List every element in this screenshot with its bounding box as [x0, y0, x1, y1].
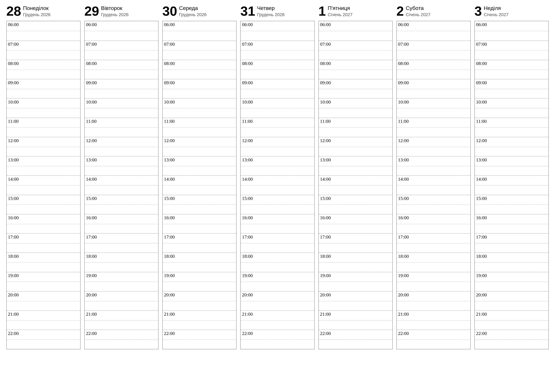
hour-slot: 15:00 [319, 195, 392, 214]
hour-label: 18:00 [86, 254, 97, 259]
hour-label: 15:00 [320, 196, 331, 201]
hour-slot: 14:00 [397, 175, 470, 195]
hour-label: 08:00 [320, 61, 331, 66]
hour-label: 16:00 [320, 215, 331, 220]
hour-label: 12:00 [320, 138, 331, 143]
hour-label: 22:00 [86, 331, 97, 336]
hour-slot: 06:00 [319, 21, 392, 41]
day-header: 31ЧетверГрудень 2026 [240, 3, 314, 19]
day-header: 29ВівторокГрудень 2026 [84, 3, 159, 19]
hour-label: 14:00 [8, 176, 19, 182]
hour-label: 15:00 [242, 196, 253, 201]
hour-label: 17:00 [476, 234, 487, 240]
hour-label: 11:00 [476, 119, 487, 124]
hour-label: 12:00 [164, 138, 175, 143]
hours-grid: 06:0007:0008:0009:0010:0011:0012:0013:00… [240, 21, 314, 349]
hour-label: 21:00 [8, 311, 19, 317]
hours-grid: 06:0007:0008:0009:0010:0011:0012:0013:00… [6, 21, 80, 349]
day-header: 2СуботаСічень 2027 [396, 3, 471, 19]
hour-slot: 12:00 [163, 137, 236, 156]
hour-label: 07:00 [164, 41, 175, 47]
hour-slot: 10:00 [163, 98, 236, 118]
hour-slot: 16:00 [7, 214, 80, 233]
hour-slot: 19:00 [241, 272, 314, 291]
hour-slot: 14:00 [7, 175, 80, 195]
day-meta: П'ятницяСічень 2027 [328, 5, 352, 17]
hour-slot: 10:00 [475, 98, 548, 118]
hour-slot: 12:00 [397, 137, 470, 156]
hour-slot: 11:00 [241, 118, 314, 137]
hour-label: 10:00 [164, 99, 175, 105]
hour-slot: 11:00 [7, 118, 80, 137]
hour-slot: 10:00 [85, 98, 158, 118]
day-name: Четвер [257, 5, 285, 11]
hour-label: 18:00 [320, 254, 331, 259]
hour-label: 20:00 [86, 292, 97, 298]
hour-slot: 09:00 [397, 79, 470, 98]
day-column: 30СередаГрудень 202606:0007:0008:0009:00… [162, 3, 236, 349]
hour-label: 06:00 [476, 22, 487, 27]
hour-label: 20:00 [398, 292, 409, 298]
hour-slot: 09:00 [241, 79, 314, 98]
weekly-planner: 28ПонеділокГрудень 202606:0007:0008:0009… [0, 0, 555, 352]
hour-slot: 18:00 [475, 253, 548, 272]
hour-slot: 12:00 [7, 137, 80, 156]
hour-label: 13:00 [8, 157, 19, 163]
hour-label: 16:00 [164, 215, 175, 220]
hour-slot: 17:00 [319, 233, 392, 253]
day-number: 28 [6, 4, 21, 18]
hour-slot: 22:00 [319, 330, 392, 349]
hour-slot: 06:00 [85, 21, 158, 41]
day-column: 28ПонеділокГрудень 202606:0007:0008:0009… [6, 3, 80, 349]
hour-label: 19:00 [164, 273, 175, 278]
hour-slot: 10:00 [7, 98, 80, 118]
hour-label: 17:00 [242, 234, 253, 240]
hour-label: 19:00 [8, 273, 19, 278]
hour-slot: 18:00 [241, 253, 314, 272]
hour-label: 08:00 [476, 61, 487, 66]
hour-slot: 08:00 [7, 60, 80, 79]
hour-slot: 07:00 [7, 41, 80, 60]
hour-label: 07:00 [398, 41, 409, 47]
hour-slot: 07:00 [397, 41, 470, 60]
hour-label: 16:00 [398, 215, 409, 220]
hour-label: 11:00 [86, 119, 96, 124]
hour-slot: 20:00 [475, 291, 548, 310]
hour-slot: 12:00 [319, 137, 392, 156]
hour-label: 15:00 [398, 196, 409, 201]
day-number: 29 [84, 4, 99, 18]
hour-label: 11:00 [398, 119, 409, 124]
hour-label: 09:00 [86, 80, 97, 85]
hour-label: 08:00 [242, 61, 253, 66]
hour-slot: 20:00 [85, 291, 158, 310]
hour-label: 14:00 [164, 176, 175, 182]
day-month-year: Грудень 2026 [23, 12, 51, 17]
hour-label: 14:00 [476, 176, 487, 182]
hour-slot: 10:00 [241, 98, 314, 118]
hour-label: 21:00 [320, 311, 331, 317]
hour-slot: 15:00 [85, 195, 158, 214]
hour-slot: 19:00 [7, 272, 80, 291]
day-month-year: Грудень 2026 [101, 12, 129, 17]
hour-label: 10:00 [86, 99, 97, 105]
hour-label: 14:00 [320, 176, 331, 182]
hour-slot: 18:00 [397, 253, 470, 272]
hour-slot: 08:00 [85, 60, 158, 79]
hour-label: 11:00 [242, 119, 253, 124]
hour-label: 20:00 [320, 292, 331, 298]
hour-slot: 13:00 [85, 156, 158, 175]
hour-label: 22:00 [164, 331, 175, 336]
hour-slot: 13:00 [319, 156, 392, 175]
hour-slot: 10:00 [319, 98, 392, 118]
hour-slot: 06:00 [7, 21, 80, 41]
hour-slot: 09:00 [475, 79, 548, 98]
hour-label: 20:00 [242, 292, 253, 298]
hour-slot: 11:00 [319, 118, 392, 137]
hour-label: 06:00 [8, 22, 19, 27]
hour-label: 14:00 [86, 176, 97, 182]
hour-slot: 06:00 [241, 21, 314, 41]
hour-slot: 11:00 [397, 118, 470, 137]
hour-slot: 11:00 [163, 118, 236, 137]
hour-label: 20:00 [8, 292, 19, 298]
hour-label: 16:00 [8, 215, 19, 220]
